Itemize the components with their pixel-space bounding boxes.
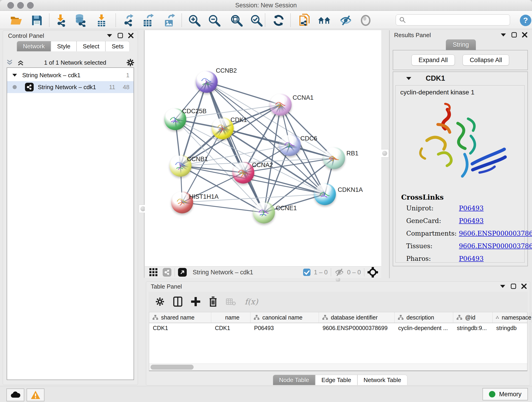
- crosslink-link[interactable]: P06493: [459, 217, 484, 225]
- panel-menu-icon[interactable]: [107, 34, 113, 37]
- float-panel-icon[interactable]: [511, 283, 516, 289]
- right-splitter[interactable]: [389, 30, 390, 278]
- tab-edge-table[interactable]: Edge Table: [315, 375, 357, 385]
- network-node-CCNA2[interactable]: [232, 162, 254, 184]
- float-panel-icon[interactable]: [511, 32, 517, 38]
- table-cell[interactable]: cyclin-dependent ...: [394, 323, 453, 333]
- table-cell[interactable]: stringdb: [493, 323, 532, 333]
- float-panel-icon[interactable]: [118, 33, 123, 38]
- tab-style[interactable]: Style: [51, 41, 76, 51]
- table-cell[interactable]: CDK1: [211, 323, 250, 333]
- tab-network[interactable]: Network: [17, 41, 51, 51]
- export-image-button[interactable]: [163, 14, 176, 27]
- grid-view-icon[interactable]: [149, 268, 158, 277]
- table-settings-gear-icon[interactable]: [155, 297, 165, 306]
- panel-menu-icon[interactable]: [500, 284, 506, 288]
- table-cell[interactable]: 9606.ENSP00000378699: [319, 323, 394, 333]
- network-row-selected[interactable]: String Network – cdk1 11 48: [7, 81, 133, 93]
- tab-network-table[interactable]: Network Table: [357, 375, 407, 385]
- import-table-button[interactable]: [95, 14, 108, 27]
- tree-expand-icon[interactable]: [12, 74, 17, 77]
- close-panel-icon[interactable]: [522, 32, 527, 38]
- column-header-shared-name[interactable]: shared name: [149, 312, 211, 323]
- search-input[interactable]: [408, 17, 510, 23]
- memory-button[interactable]: Memory: [482, 388, 528, 400]
- zoom-out-button[interactable]: [208, 14, 221, 27]
- export-table-button[interactable]: [142, 14, 154, 27]
- import-network-button[interactable]: [54, 14, 67, 27]
- crosslinks-section: CrossLinks Uniprot:P06493GeneCard:P06493…: [401, 193, 532, 268]
- network-node-CDC6[interactable]: [279, 134, 301, 156]
- hide-eye-button[interactable]: [339, 14, 352, 27]
- panel-menu-icon[interactable]: [500, 33, 506, 37]
- zoom-fit-button[interactable]: [230, 14, 243, 27]
- column-header-description[interactable]: description: [394, 312, 453, 323]
- export-network-button[interactable]: [122, 14, 134, 27]
- import-database-button[interactable]: [74, 14, 86, 27]
- network-node-RB1[interactable]: [323, 147, 345, 169]
- warnings-button[interactable]: [27, 389, 44, 401]
- collapse-card-icon[interactable]: [406, 77, 412, 80]
- expand-all-button[interactable]: Expand All: [412, 55, 455, 65]
- zoom-in-button[interactable]: [188, 14, 201, 27]
- close-panel-icon[interactable]: [128, 33, 133, 38]
- copy-network-button[interactable]: [298, 14, 311, 27]
- search-icon: [399, 17, 406, 23]
- collapse-all-button[interactable]: Collapse All: [462, 55, 509, 65]
- network-node-CDKN1A[interactable]: [314, 183, 336, 205]
- eye-button[interactable]: [359, 14, 372, 27]
- table-cell[interactable]: stringdb:9...: [453, 323, 493, 333]
- home-button[interactable]: [318, 14, 331, 27]
- column-header-@id[interactable]: @id: [453, 312, 493, 323]
- left-splitter[interactable]: [144, 30, 145, 278]
- control-panel: Control Panel NetworkStyleSelectSets 1 o…: [3, 30, 138, 385]
- close-panel-icon[interactable]: [521, 283, 527, 289]
- tab-string[interactable]: String: [446, 39, 476, 50]
- network-tree: String Network – cdk1 1 String Network –…: [7, 67, 134, 380]
- crosslink-link[interactable]: 9606.ENSP00000378699: [459, 230, 532, 237]
- bottom-splitter-handle[interactable]: [334, 278, 342, 281]
- crosslink-link[interactable]: P06493: [459, 255, 484, 262]
- network-share-icon[interactable]: [163, 268, 171, 277]
- scrollbar-thumb[interactable]: [151, 365, 194, 370]
- help-button[interactable]: ?: [519, 14, 532, 27]
- select-columns-icon[interactable]: [173, 297, 182, 307]
- column-header-canonical-name[interactable]: canonical name: [250, 312, 319, 323]
- network-collection-row[interactable]: String Network – cdk1 1: [7, 69, 133, 81]
- open-session-button[interactable]: [10, 14, 23, 27]
- add-column-icon[interactable]: [191, 297, 200, 306]
- gear-icon[interactable]: [126, 58, 134, 67]
- expand-all-icon[interactable]: [17, 59, 24, 66]
- crosslink-link[interactable]: 9606.ENSP00000378699: [459, 242, 532, 250]
- network-node-CCNB2[interactable]: [196, 71, 218, 93]
- automation-cloud-button[interactable]: [6, 389, 24, 401]
- table-cell[interactable]: P06493: [250, 323, 319, 333]
- save-session-button[interactable]: [31, 14, 43, 27]
- table-row[interactable]: CDK1CDK1P064939606.ENSP00000378699cyclin…: [149, 323, 527, 333]
- search-box[interactable]: [396, 14, 510, 26]
- selected-checkbox-icon[interactable]: [303, 268, 311, 276]
- column-header-namespace[interactable]: namespace: [493, 312, 532, 323]
- right-splitter-handle[interactable]: [380, 149, 389, 157]
- birds-eye-view-icon[interactable]: [178, 268, 187, 277]
- horizontal-scrollbar[interactable]: [149, 364, 527, 370]
- collapse-all-icon[interactable]: [6, 59, 13, 66]
- delete-column-icon[interactable]: [209, 297, 217, 307]
- column-header-name[interactable]: name: [211, 312, 250, 323]
- main-toolbar: ?: [0, 11, 532, 29]
- tab-select[interactable]: Select: [76, 41, 105, 51]
- refresh-button[interactable]: [272, 14, 285, 27]
- network-node-CCNE1[interactable]: [253, 201, 275, 223]
- crosslink-link[interactable]: P06493: [459, 204, 484, 212]
- tab-node-table[interactable]: Node Table: [273, 375, 315, 385]
- table-cell[interactable]: CDK1: [149, 323, 211, 333]
- zoom-selected-button[interactable]: [250, 14, 263, 27]
- network-canvas[interactable]: CCNB2 CCNA1 CDC25B CDK1 CDC6 RB1: [145, 30, 381, 266]
- network-node-CCNA1[interactable]: [270, 94, 292, 116]
- column-header-database-identifier[interactable]: database identifier: [319, 312, 394, 323]
- node-label-CDK1: CDK1: [230, 116, 247, 123]
- protein-card-header[interactable]: CDK1: [393, 72, 527, 85]
- tab-sets[interactable]: Sets: [105, 41, 130, 51]
- navigator-crosshair-icon[interactable]: [367, 267, 378, 278]
- node-table[interactable]: shared namenamecanonical namedatabase id…: [149, 312, 527, 371]
